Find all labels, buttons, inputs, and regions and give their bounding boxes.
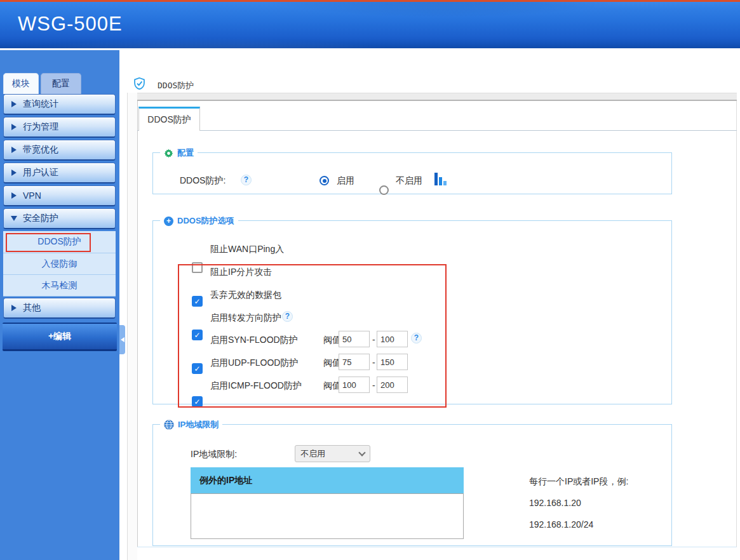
ip-region-select[interactable]: 不启用 <box>295 445 370 462</box>
sidebar-item-behavior[interactable]: 行为管理 <box>3 117 116 138</box>
config-section <box>152 152 672 194</box>
ddos-field-label: DDOS防护: <box>180 175 225 187</box>
chevron-right-icon <box>11 305 17 311</box>
sidebar-item-label: 带宽优化 <box>23 144 58 156</box>
exception-ip-textarea[interactable] <box>191 493 464 539</box>
radio-disable-label[interactable]: 不启用 <box>396 175 422 187</box>
bar <box>443 181 447 185</box>
plus-circle-icon <box>164 217 173 226</box>
section-title: 配置 <box>177 147 194 159</box>
bar <box>439 177 442 185</box>
sidebar-item-trojan[interactable]: 木马检测 <box>3 274 116 296</box>
sidebar-item-intrusion[interactable]: 入侵防御 <box>3 253 116 274</box>
select-value: 不启用 <box>300 448 325 460</box>
chevron-right-icon <box>11 192 17 199</box>
sidebar-item-ddos[interactable]: DDOS防护 <box>3 231 116 253</box>
chevron-down-icon <box>11 216 17 221</box>
checkbox-label[interactable]: 启用ICMP-FLOOD防护 <box>210 380 302 392</box>
checkbox-label[interactable]: 启用UDP-FLOOD防护 <box>210 357 298 369</box>
syn-flood-min-input[interactable] <box>339 331 370 347</box>
chevron-right-icon <box>11 101 17 107</box>
icmp-flood-min-input[interactable] <box>339 377 370 393</box>
sidebar-item-label: 用户认证 <box>23 167 58 178</box>
edit-button-label: +编辑 <box>48 331 71 342</box>
edit-button[interactable]: +编辑 <box>3 323 117 351</box>
sidebar-item-other[interactable]: 其他 <box>3 298 116 319</box>
radio-disable[interactable] <box>379 185 389 195</box>
globe-icon <box>164 420 174 430</box>
sidebar-item-security[interactable]: 安全防护 <box>3 208 116 229</box>
range-separator: - <box>372 335 375 345</box>
breadcrumb: DDOS防护 <box>158 80 194 91</box>
sidebar-item-label: 行为管理 <box>23 121 58 133</box>
chevron-down-icon <box>358 449 365 456</box>
range-separator: - <box>372 357 375 368</box>
ip-hint-line: 192.168.1.20 <box>529 498 581 508</box>
tab-label: DDOS防护 <box>147 114 191 126</box>
sidebar-tab-label: 配置 <box>52 78 70 90</box>
sidebar-collapse-handle[interactable] <box>119 325 125 354</box>
checkbox-label[interactable]: 阻止WAN口Ping入 <box>210 244 284 255</box>
sidebar-tab-label: 模块 <box>12 78 30 90</box>
checkbox-label[interactable]: 启用SYN-FLOOD防护 <box>210 335 298 346</box>
udp-flood-max-input[interactable] <box>377 354 408 370</box>
sidebar-subitem-label: 入侵防御 <box>42 258 77 270</box>
app-window: WSG-500E 模块 配置 查询统计 行为管理 带宽优化 用户认证 VPN <box>0 0 740 560</box>
icmp-flood-max-input[interactable] <box>377 377 408 393</box>
sidebar-item-label: VPN <box>23 190 41 201</box>
sidebar-item-label: 其他 <box>23 302 41 314</box>
bar <box>434 173 438 185</box>
sidebar-item-label: 查询统计 <box>23 98 58 110</box>
ip-region-field-label: IP地域限制: <box>191 449 237 460</box>
checkbox-drop-invalid[interactable] <box>192 330 203 340</box>
ip-region-section-legend: IP地域限制 <box>160 419 222 430</box>
sidebar-tab-modules[interactable]: 模块 <box>3 73 39 94</box>
table-header-label: 例外的IP地址 <box>199 475 252 486</box>
section-title: DDOS防护选项 <box>177 215 234 227</box>
horizontal-scrollbar[interactable] <box>137 93 737 101</box>
udp-flood-min-input[interactable] <box>339 354 370 370</box>
exception-ip-header: 例外的IP地址 <box>191 467 464 493</box>
section-title: IP地域限制 <box>178 419 219 430</box>
ip-hint-line: 192.168.1.20/24 <box>529 519 593 530</box>
chevron-right-icon <box>11 147 17 153</box>
radio-enable-label[interactable]: 启用 <box>337 175 354 187</box>
range-separator: - <box>372 380 375 390</box>
question-mark-icon[interactable] <box>282 311 293 322</box>
checkbox-block-ip-frag[interactable] <box>192 296 203 307</box>
device-title: WSG-500E <box>18 13 123 36</box>
header-banner: WSG-500E <box>0 2 740 48</box>
chevron-left-icon <box>121 337 124 342</box>
question-mark-icon[interactable] <box>411 333 422 343</box>
sidebar-subitem-label: DDOS防护 <box>37 236 81 248</box>
sidebar-item-query-stats[interactable]: 查询统计 <box>3 94 116 115</box>
vertical-scrollbar[interactable] <box>127 93 137 560</box>
gear-icon <box>164 149 173 158</box>
sidebar-item-label: 安全防护 <box>23 213 58 224</box>
bar-chart-icon[interactable] <box>434 173 447 185</box>
checkbox-forward-protect[interactable] <box>192 363 203 374</box>
tab-divider <box>137 130 737 131</box>
checkbox-block-wan-ping[interactable] <box>192 262 203 273</box>
config-section-legend: 配置 <box>160 147 198 159</box>
options-section-legend: DDOS防护选项 <box>160 215 238 227</box>
shield-check-icon <box>133 77 146 90</box>
chevron-right-icon <box>11 124 17 130</box>
checkbox-label[interactable]: 丢弃无效的数据包 <box>210 290 281 301</box>
checkbox-label[interactable]: 启用转发方向防护 <box>210 312 281 324</box>
syn-flood-max-input[interactable] <box>377 331 408 347</box>
checkbox-syn-flood[interactable] <box>192 396 203 407</box>
security-submenu: DDOS防护 入侵防御 木马检测 <box>3 231 116 297</box>
ip-hint-line: 每行一个IP或者IP段，例: <box>529 476 628 488</box>
sidebar-item-user-auth[interactable]: 用户认证 <box>3 163 116 183</box>
checkbox-label[interactable]: 阻止IP分片攻击 <box>210 267 272 278</box>
sidebar-item-vpn[interactable]: VPN <box>3 185 116 206</box>
tab-ddos[interactable]: DDOS防护 <box>138 107 200 131</box>
sidebar-tab-config[interactable]: 配置 <box>41 73 81 94</box>
sidebar-subitem-label: 木马检测 <box>42 280 77 291</box>
sidebar-item-bandwidth[interactable]: 带宽优化 <box>3 140 116 161</box>
radio-enable[interactable] <box>320 176 329 185</box>
chevron-right-icon <box>11 170 17 176</box>
question-mark-icon[interactable] <box>241 175 252 185</box>
panel-bottom-divider <box>137 547 737 547</box>
